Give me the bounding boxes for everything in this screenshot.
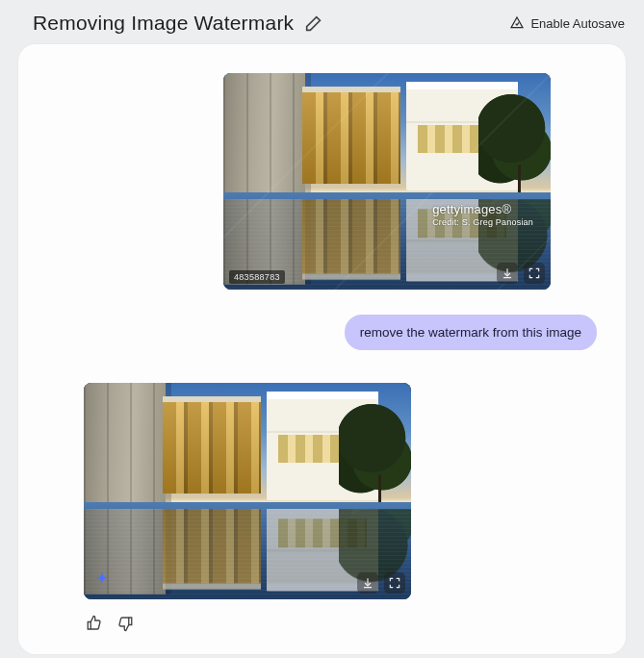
download-image-button[interactable] — [497, 263, 518, 284]
download-icon — [361, 576, 374, 590]
download-icon — [501, 266, 514, 280]
enable-autosave-button[interactable]: Enable Autosave — [507, 12, 627, 35]
thumbs-down-button[interactable] — [115, 613, 136, 634]
tile-actions — [497, 263, 545, 284]
photo-scene — [223, 73, 551, 290]
user-message-bubble: remove the watermark from this image — [345, 315, 597, 350]
user-message-text: remove the watermark from this image — [360, 325, 581, 340]
thumbs-up-icon — [86, 615, 103, 632]
app-root: Removing Image Watermark Enable Autosave — [0, 0, 644, 658]
photo-scene — [84, 383, 411, 599]
edit-title-button[interactable] — [303, 13, 324, 34]
tile-actions — [357, 572, 405, 594]
page-title: Removing Image Watermark — [33, 12, 294, 35]
header: Removing Image Watermark Enable Autosave — [0, 0, 644, 44]
sparkle-icon — [91, 570, 113, 592]
fullscreen-icon — [388, 576, 401, 590]
row-user-image: gettyimages® Credit: S. Greg Panosian 48… — [47, 73, 597, 290]
download-image-button[interactable] — [357, 572, 378, 594]
row-user-prompt: remove the watermark from this image — [47, 290, 597, 350]
ai-generated-badge — [91, 570, 113, 592]
expand-image-button[interactable] — [384, 572, 405, 594]
ai-image-tile[interactable] — [84, 383, 411, 599]
title-wrap: Removing Image Watermark — [33, 12, 324, 35]
pencil-icon — [303, 13, 324, 34]
thumbs-up-button[interactable] — [84, 613, 105, 634]
row-ai-image — [47, 350, 597, 599]
fullscreen-icon — [528, 266, 541, 280]
enable-autosave-label: Enable Autosave — [530, 16, 625, 31]
expand-image-button[interactable] — [524, 263, 545, 284]
thumbs-down-icon — [116, 615, 134, 632]
conversation-card: gettyimages® Credit: S. Greg Panosian 48… — [18, 44, 626, 654]
cloud-autosave-icon — [509, 15, 525, 31]
user-image-tile[interactable]: gettyimages® Credit: S. Greg Panosian 48… — [223, 73, 551, 290]
feedback-row — [84, 613, 597, 634]
